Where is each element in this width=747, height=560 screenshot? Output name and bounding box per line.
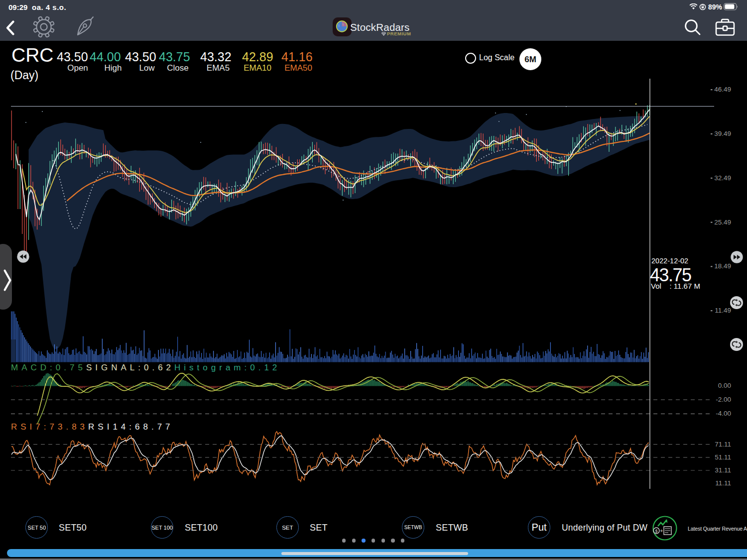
svg-text:+: + <box>660 528 663 534</box>
svg-text:$: $ <box>655 529 658 534</box>
